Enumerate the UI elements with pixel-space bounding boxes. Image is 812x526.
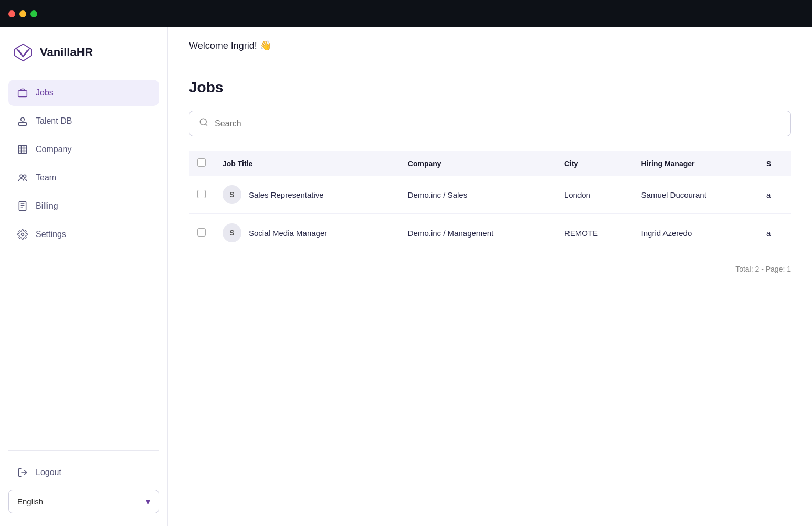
logout-label: Logout [36, 468, 61, 477]
welcome-message: Welcome Ingrid! 👋 [189, 40, 271, 51]
briefcase-icon [17, 87, 28, 99]
job-title: Sales Representative [249, 190, 324, 199]
sidebar: VanillaHR Jobs Talent DB [0, 27, 168, 526]
row-company-cell: Demo.inc / Management [399, 214, 556, 252]
vanillahr-logo-icon [13, 42, 34, 63]
logout-icon [17, 467, 28, 478]
sidebar-item-company-label: Company [36, 145, 71, 154]
city-column-header: City [556, 151, 633, 176]
svg-point-5 [20, 175, 23, 177]
building-icon [17, 144, 28, 155]
language-selector[interactable]: English ▾ [8, 490, 159, 513]
sidebar-item-talent-db-label: Talent DB [36, 116, 72, 126]
table-header-row: Job Title Company City Hiring Manager S [189, 151, 791, 176]
job-avatar: S [223, 185, 241, 204]
header: Welcome Ingrid! 👋 [168, 27, 812, 62]
svg-line-11 [205, 124, 207, 125]
sidebar-item-jobs[interactable]: Jobs [8, 80, 159, 106]
user-card-icon [17, 115, 28, 127]
job-avatar: S [223, 223, 241, 242]
svg-rect-4 [19, 146, 27, 154]
row-hiring-manager-cell: Samuel Ducourant [633, 176, 758, 214]
row-checkbox-cell [189, 214, 214, 252]
maximize-button[interactable] [30, 10, 37, 17]
job-title-column-header: Job Title [214, 151, 399, 176]
row-company-cell: Demo.inc / Sales [399, 176, 556, 214]
search-icon [199, 117, 208, 130]
language-label: English [17, 497, 43, 506]
row-checkbox[interactable] [197, 228, 206, 237]
job-title: Social Media Manager [249, 229, 327, 238]
sidebar-item-billing[interactable]: Billing [8, 193, 159, 219]
sidebar-item-billing-label: Billing [36, 201, 58, 211]
svg-marker-0 [15, 44, 31, 61]
row-status-cell: a [758, 176, 791, 214]
jobs-table: Job Title Company City Hiring Manager S … [189, 151, 791, 252]
select-all-checkbox[interactable] [197, 158, 206, 167]
row-job-title-cell: S Social Media Manager [214, 214, 399, 252]
app-container: VanillaHR Jobs Talent DB [0, 27, 812, 526]
row-city-cell: REMOTE [556, 214, 633, 252]
row-job-title-cell: S Sales Representative [214, 176, 399, 214]
sidebar-logo: VanillaHR [0, 27, 167, 80]
checkbox-column-header [189, 151, 214, 176]
sidebar-item-team-label: Team [36, 173, 56, 183]
traffic-lights [8, 10, 37, 17]
svg-rect-7 [19, 202, 26, 211]
gear-icon [17, 229, 28, 240]
svg-point-8 [22, 233, 24, 236]
svg-rect-3 [19, 123, 27, 126]
row-city-cell: London [556, 176, 633, 214]
main-content: Welcome Ingrid! 👋 Jobs Job Ti [168, 27, 812, 526]
sidebar-nav: Jobs Talent DB Company [0, 80, 167, 442]
titlebar [0, 0, 812, 27]
search-input[interactable] [215, 119, 781, 128]
svg-rect-1 [18, 91, 27, 97]
table-row: S Social Media Manager Demo.inc / Manage… [189, 214, 791, 252]
svg-point-10 [200, 119, 206, 125]
sidebar-divider [8, 450, 159, 451]
page-title: Jobs [189, 79, 791, 96]
svg-point-2 [21, 117, 25, 121]
hiring-manager-column-header: Hiring Manager [633, 151, 758, 176]
company-column-header: Company [399, 151, 556, 176]
row-hiring-manager-cell: Ingrid Azeredo [633, 214, 758, 252]
sidebar-item-talent-db[interactable]: Talent DB [8, 108, 159, 134]
close-button[interactable] [8, 10, 15, 17]
sidebar-item-logout[interactable]: Logout [8, 459, 159, 486]
sidebar-item-jobs-label: Jobs [36, 88, 54, 98]
sidebar-item-settings-label: Settings [36, 230, 66, 239]
content-area: Jobs Job Title Company City [168, 62, 812, 290]
sidebar-item-company[interactable]: Company [8, 136, 159, 163]
row-status-cell: a [758, 214, 791, 252]
svg-point-6 [24, 175, 26, 177]
sidebar-logo-text: VanillaHR [40, 46, 93, 59]
sidebar-item-settings[interactable]: Settings [8, 221, 159, 248]
team-icon [17, 172, 28, 184]
sidebar-bottom: Logout English ▾ [0, 459, 167, 513]
row-checkbox[interactable] [197, 190, 206, 198]
row-checkbox-cell [189, 176, 214, 214]
pagination: Total: 2 - Page: 1 [189, 252, 791, 273]
table-row: S Sales Representative Demo.inc / Sales … [189, 176, 791, 214]
chevron-down-icon: ▾ [146, 497, 150, 507]
minimize-button[interactable] [19, 10, 26, 17]
search-bar[interactable] [189, 111, 791, 136]
status-column-header: S [758, 151, 791, 176]
receipt-icon [17, 200, 28, 212]
sidebar-item-team[interactable]: Team [8, 165, 159, 191]
